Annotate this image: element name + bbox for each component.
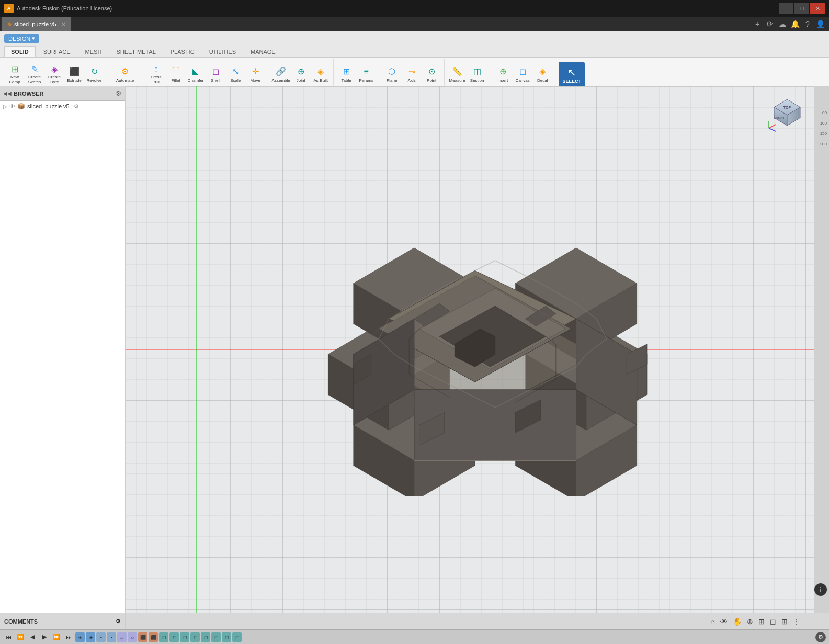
anim-icon-sel6[interactable]: ◻ [211,632,221,642]
select-icon: ↖ [565,66,578,78]
section-button[interactable]: ◫ Section [468,63,486,86]
tab-mesh[interactable]: MESH [78,46,109,57]
select-button[interactable]: ↖ SELECT [559,62,585,88]
tab-utilities[interactable]: UTILITIES [202,46,243,57]
tab-surface[interactable]: SURFACE [37,46,77,57]
design-mode-label: DESIGN [8,36,30,42]
viewcube[interactable]: TOP FRONT [766,92,808,133]
move-button[interactable]: ✛ Move [246,63,265,86]
app-icon: A [4,4,14,13]
new-component-button[interactable]: ⊞ NewComp [5,63,24,86]
joint-button[interactable]: ⊕ Joint [291,63,310,86]
canvas-label: Canvas [516,78,530,83]
anim-icon-body2[interactable]: ▪ [107,632,116,642]
home-button[interactable]: ⌂ [709,616,717,627]
design-mode-button[interactable]: DESIGN ▾ [4,34,39,43]
zoom-extents-button[interactable]: ⊕ [745,616,755,627]
fillet-button[interactable]: ⌒ Fillet [166,63,185,86]
construct-point-button[interactable]: ⊙ Point [422,63,441,86]
anim-icon-sel2[interactable]: ◻ [169,632,179,642]
joint-label: Joint [297,78,305,83]
anim-icon-sketch1[interactable]: ▱ [117,632,127,642]
create-sketch-button[interactable]: ✎ CreateSketch [25,63,44,86]
configure-table-icon: ⊞ [340,65,353,78]
display-mode-button[interactable]: ◻ [768,616,778,627]
document-tab[interactable]: ⊕ sliced_puzzle v5 ✕ [2,17,71,31]
assemble-button[interactable]: 🔗 Assemble [271,63,290,86]
create-form-button[interactable]: ◈ CreateForm [45,63,64,86]
pan-button[interactable]: ✋ [731,616,743,627]
account-button[interactable]: 👤 [814,18,826,30]
comments-settings[interactable]: ⚙ [116,618,121,625]
notification-corner[interactable]: i [814,583,827,596]
construct-axis-button[interactable]: ⊸ Axis [402,63,421,86]
decal-button[interactable]: ◈ Decal [533,63,552,86]
anim-icon-sketch2[interactable]: ▱ [128,632,137,642]
anim-icon-sel5[interactable]: ◻ [201,632,210,642]
anim-icon-sel7[interactable]: ◻ [222,632,231,642]
tab-bar-actions: + ⟳ ☁ 🔔 ? 👤 [752,17,829,31]
maximize-button[interactable]: □ [794,3,809,14]
help-button[interactable]: ? [802,18,813,30]
cloud-button[interactable]: ☁ [777,18,788,30]
toolbar-tabs: SOLID SURFACE MESH SHEET METAL PLASTIC U… [0,46,829,58]
doc-tab-close[interactable]: ✕ [61,21,65,27]
as-built-icon: ◈ [314,65,327,78]
tab-sheet-metal[interactable]: SHEET METAL [109,46,162,57]
anim-icon-sel8[interactable]: ◻ [232,632,242,642]
press-pull-button[interactable]: ↕ PressPull [146,63,165,86]
anim-play-back[interactable]: ◀ [27,632,38,642]
minimize-button[interactable]: — [779,3,793,14]
tab-solid[interactable]: SOLID [4,46,36,57]
anim-icon-feature2[interactable]: ⬛ [149,632,158,642]
move-label: Move [250,78,260,83]
notifications-button[interactable]: 🔔 [789,18,801,30]
tab-manage[interactable]: MANAGE [244,46,282,57]
look-at-button[interactable]: 👁 [719,616,729,627]
anim-next[interactable]: ⏩ [51,632,62,642]
measure-button[interactable]: 📏 Measure [448,63,467,86]
grid-toggle-button[interactable]: ⊞ [780,616,789,627]
extrude-button[interactable]: ⬛ Extrude [65,63,84,86]
tab-plastic[interactable]: PLASTIC [164,46,201,57]
insert-label: Insert [497,78,508,83]
as-built-button[interactable]: ◈ As-Built [311,63,330,86]
anim-back-to-start[interactable]: ⏮ [3,632,14,642]
configure-params-button[interactable]: ≡ Params [357,63,376,86]
svg-line-44 [769,128,776,131]
browser-collapse-icon[interactable]: ◀◀ [3,91,12,96]
anim-icon-sel3[interactable]: ◻ [180,632,189,642]
anim-icon-comp2[interactable]: ◈ [86,632,95,642]
browser-component-icon: 📦 [17,103,25,110]
scale-button[interactable]: ⤡ Scale [226,63,245,86]
insert-button[interactable]: ⊕ Insert [493,63,512,86]
canvas-button[interactable]: ◻ Canvas [513,63,532,86]
shell-button[interactable]: ◻ Shell [206,63,225,86]
anim-play[interactable]: ▶ [39,632,50,642]
section-label: Section [470,78,484,83]
anim-icon-comp1[interactable]: ◈ [75,632,85,642]
browser-item-root[interactable]: ▷ 👁 📦 sliced_puzzle v5 ⚙ [0,101,125,111]
new-tab-button[interactable]: + [752,18,763,30]
anim-prev[interactable]: ⏪ [15,632,26,642]
anim-icon-sel4[interactable]: ◻ [190,632,200,642]
anim-icon-feature1[interactable]: ⬛ [138,632,147,642]
more-options-button[interactable]: ⋮ [791,616,802,627]
close-button[interactable]: ✕ [810,3,825,14]
anim-settings-button[interactable]: ⚙ [815,632,826,642]
configure-table-button[interactable]: ⊞ Table [337,63,356,86]
anim-end[interactable]: ⏭ [63,632,74,642]
automate-button[interactable]: ⚙ Automate [116,63,134,86]
create-form-label: CreateForm [48,75,61,85]
anim-icon-body1[interactable]: ▪ [96,632,106,642]
chamfer-label: Chamfer [188,78,204,83]
joint-icon: ⊕ [294,65,307,78]
browser-settings-button[interactable]: ⚙ [116,89,122,97]
construct-plane-button[interactable]: ⬡ Plane [382,63,401,86]
sync-button[interactable]: ⟳ [764,18,776,30]
construct-point-label: Point [427,78,436,83]
revolve-button[interactable]: ↻ Revolve [85,63,104,86]
chamfer-button[interactable]: ◣ Chamfer [186,63,205,86]
anim-icon-sel1[interactable]: ◻ [159,632,168,642]
zoom-fit-button[interactable]: ⊞ [757,616,766,627]
